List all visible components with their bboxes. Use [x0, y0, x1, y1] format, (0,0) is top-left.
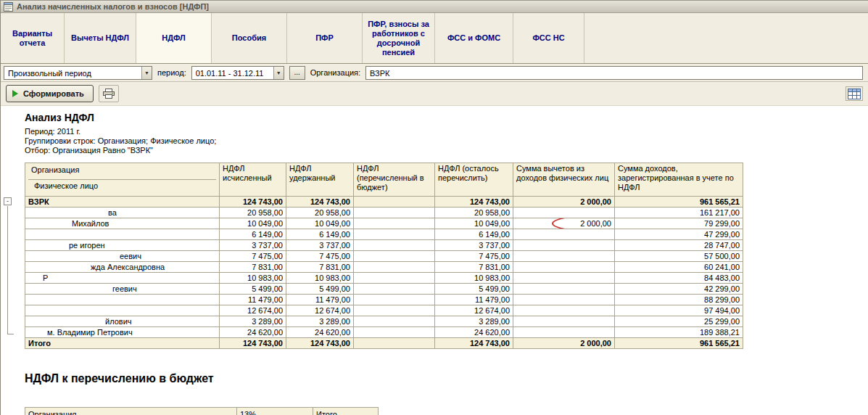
column-header: НДФЛ удержанный — [286, 163, 354, 197]
cell-deductions — [513, 240, 615, 251]
ndfl-analysis-table: Организация Физическое лицо НДФЛ исчисле… — [25, 163, 743, 349]
budget-header-row: Организация13%Итого — [25, 408, 379, 415]
cell-calc: 7 831,00 — [220, 262, 286, 273]
cell-income: 97 494,00 — [615, 305, 743, 316]
tab-pfr-vznosy[interactable]: ПФР, взносы за работников с досрочной пе… — [363, 13, 435, 63]
cell-name: йлович — [25, 316, 220, 327]
chevron-down-icon[interactable]: ▼ — [273, 67, 284, 79]
person-row: жда Александровна7 831,007 831,007 831,0… — [25, 262, 743, 273]
cell-income: 42 299,00 — [615, 284, 743, 295]
column-header: НДФЛ исчисленный — [220, 163, 286, 197]
cell-transferred — [354, 316, 435, 327]
cell-remaining: 10 983,00 — [435, 273, 513, 284]
generate-button[interactable]: Сформировать — [6, 85, 94, 102]
column-header: НДФЛ (осталось перечислить) — [435, 163, 513, 197]
cell-withheld: 124 743,00 — [286, 197, 354, 208]
organization-input[interactable]: ВЗРК — [365, 66, 863, 80]
cell-transferred — [354, 229, 435, 240]
cell-transferred — [354, 208, 435, 218]
tab-report-variants[interactable]: Варианты отчета — [1, 13, 65, 63]
column-header: 13% — [237, 408, 313, 415]
chevron-down-icon[interactable]: ▼ — [141, 67, 152, 79]
collapse-group-icon[interactable]: - — [4, 197, 12, 205]
cell-transferred — [354, 327, 435, 338]
budget-table: Организация13%Итого — [25, 407, 379, 415]
column-header: Сумма доходов, зарегистрированная в учет… — [615, 163, 743, 197]
cell-withheld: 20 958,00 — [286, 208, 354, 218]
person-row: 6 149,006 149,006 149,0047 299,00 — [25, 229, 743, 240]
report-table-body: ВЗРК124 743,00124 743,00124 743,002 000,… — [25, 197, 743, 349]
cell-transferred — [354, 305, 435, 316]
cell-withheld: 124 743,00 — [286, 338, 354, 349]
table-settings-button[interactable] — [846, 86, 863, 101]
cell-remaining: 3 737,00 — [435, 240, 513, 251]
cell-withheld: 11 479,00 — [286, 295, 354, 305]
cell-calc: 5 499,00 — [220, 284, 286, 295]
report-area: - Анализ НДФЛ Период: 2011 г. Группировк… — [1, 106, 868, 415]
cell-name: Михайлов — [25, 218, 220, 229]
cell-remaining: 5 499,00 — [435, 284, 513, 295]
cell-remaining: 3 289,00 — [435, 316, 513, 327]
cell-deductions — [513, 262, 615, 273]
print-button[interactable] — [99, 85, 119, 102]
cell-withheld: 5 499,00 — [286, 284, 354, 295]
period-range-value: 01.01.11 - 31.12.11 — [192, 67, 273, 79]
cell-deductions — [513, 295, 615, 305]
tab-fss-foms[interactable]: ФСС и ФОМС — [435, 13, 513, 63]
cell-income: 161 217,00 — [615, 208, 743, 218]
cell-deductions: 2 000,00 — [513, 218, 615, 229]
filter-bar: Произвольный период ▼ период: 01.01.11 -… — [1, 64, 868, 82]
cell-withheld: 10 049,00 — [286, 218, 354, 229]
tab-fss-ns[interactable]: ФСС НС — [513, 13, 584, 63]
cell-income: 28 747,00 — [615, 240, 743, 251]
period-range-input[interactable]: 01.01.11 - 31.12.11 ▼ — [191, 66, 284, 80]
tab-ndfl[interactable]: НДФЛ — [136, 13, 212, 63]
period-preset-select[interactable]: Произвольный период ▼ — [4, 66, 152, 80]
cell-income: 57 500,00 — [615, 251, 743, 262]
cell-transferred — [354, 251, 435, 262]
toolbar: Сформировать — [1, 82, 868, 106]
cell-calc: 3 289,00 — [220, 316, 286, 327]
cell-remaining: 6 149,00 — [435, 229, 513, 240]
cell-calc: 124 743,00 — [220, 338, 286, 349]
cell-remaining: 10 049,00 — [435, 218, 513, 229]
corner-header: Организация Физическое лицо — [25, 163, 220, 197]
period-more-button[interactable]: ... — [289, 66, 305, 80]
cell-remaining: 24 620,00 — [435, 327, 513, 338]
cell-transferred — [354, 338, 435, 349]
cell-deductions: 2 000,00 — [513, 338, 615, 349]
person-row: ре игорен3 737,003 737,003 737,0028 747,… — [25, 240, 743, 251]
report-grouping-line: Группировки строк: Организация; Физическ… — [25, 136, 750, 146]
cell-deductions — [513, 305, 615, 316]
tab-posobiya[interactable]: Пособия — [212, 13, 287, 63]
period-preset-value: Произвольный период — [4, 67, 141, 79]
report-header-row: Организация Физическое лицо НДФЛ исчисле… — [25, 163, 743, 197]
organization-label: Организация: — [310, 68, 360, 77]
cell-remaining: 124 743,00 — [435, 197, 513, 208]
budget-section-title: НДФЛ к перечислению в бюджет — [25, 372, 750, 385]
column-header: НДФЛ (перечисленный в бюджет) — [354, 163, 435, 197]
column-header: Итого — [313, 408, 379, 415]
cell-calc: 124 743,00 — [220, 197, 286, 208]
printer-icon — [103, 89, 115, 99]
report-content: Анализ НДФЛ Период: 2011 г. Группировки … — [25, 106, 750, 415]
cell-remaining: 12 674,00 — [435, 305, 513, 316]
cell-deductions — [513, 327, 615, 338]
cell-calc: 12 674,00 — [220, 305, 286, 316]
cell-calc: 10 049,00 — [220, 218, 286, 229]
tab-vychety-ndfl[interactable]: Вычеты НДФЛ — [65, 13, 136, 63]
cell-name: Р — [25, 273, 220, 284]
cell-income: 88 299,00 — [615, 295, 743, 305]
tab-pfr[interactable]: ПФР — [287, 13, 363, 63]
cell-calc: 11 479,00 — [220, 295, 286, 305]
cell-transferred — [354, 197, 435, 208]
report-period-line: Период: 2011 г. — [25, 127, 750, 136]
person-row: м. Владимир Петрович24 620,0024 620,0024… — [25, 327, 743, 338]
corner-header-person: Физическое лицо — [28, 180, 216, 195]
report-filter-line: Отбор: Организация Равно "ВЗРК" — [25, 146, 750, 155]
cell-name — [25, 305, 220, 316]
cell-name: ва — [25, 208, 220, 218]
total-row: Итого124 743,00124 743,00124 743,002 000… — [25, 338, 743, 349]
cell-name: ре игорен — [25, 240, 220, 251]
window-titlebar: Анализ начисленных налогов и взносов [НД… — [1, 0, 868, 13]
